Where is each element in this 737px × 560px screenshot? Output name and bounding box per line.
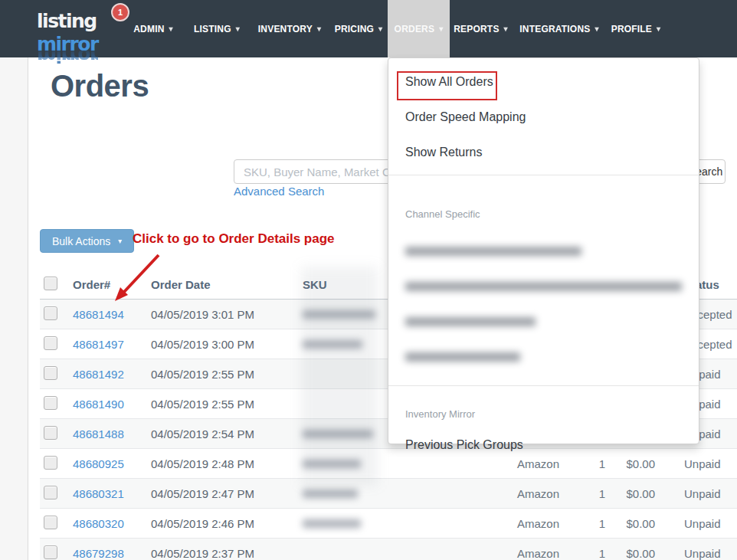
logo-text-listing: listing xyxy=(37,10,97,32)
sku-blurred-text xyxy=(303,460,361,468)
order-date: 04/05/2019 2:54 PM xyxy=(151,427,303,440)
order-number-cell: 48680321 xyxy=(73,487,151,500)
dropdown-item-blurred[interactable] xyxy=(388,304,699,339)
row-checkbox[interactable] xyxy=(44,396,57,410)
nav-item-listing[interactable]: LISTING▾ xyxy=(184,0,250,57)
blurred-text xyxy=(405,247,581,256)
order-date: 04/05/2019 2:46 PM xyxy=(151,517,303,530)
table-row: 4868032104/05/2019 2:47 PMAmazon1$0.00Un… xyxy=(40,479,737,509)
order-status: Unpaid xyxy=(659,487,737,500)
price: $0.00 xyxy=(609,517,659,530)
channel-specific-items xyxy=(388,234,699,375)
order-number-cell: 48680925 xyxy=(73,457,151,470)
dropdown-item-label: Show All Orders xyxy=(405,75,493,89)
order-link[interactable]: 48681490 xyxy=(73,398,124,411)
order-link[interactable]: 48681492 xyxy=(73,368,124,381)
checkbox-cell xyxy=(40,366,73,382)
order-link[interactable]: 48680321 xyxy=(73,487,124,500)
checkbox-cell xyxy=(40,456,73,472)
row-checkbox[interactable] xyxy=(44,486,57,499)
checkbox-cell xyxy=(40,306,73,323)
annotation-text: Click to go to Order Details page xyxy=(133,231,335,247)
row-checkbox[interactable] xyxy=(44,366,57,380)
order-number-cell: 48681488 xyxy=(73,427,151,440)
order-date: 04/05/2019 2:48 PM xyxy=(151,457,303,470)
row-checkbox[interactable] xyxy=(44,336,57,350)
order-number-cell: 48681494 xyxy=(73,308,151,321)
nav-item-label: INVENTORY xyxy=(258,24,313,34)
nav-item-pricing[interactable]: PRICING▾ xyxy=(329,0,388,57)
order-link[interactable]: 48681488 xyxy=(73,427,124,440)
order-link[interactable]: 48680925 xyxy=(73,457,124,470)
dropdown-item-show-returns[interactable]: Show Returns xyxy=(388,135,699,170)
blurred-text xyxy=(405,352,520,362)
order-date: 04/05/2019 3:01 PM xyxy=(151,308,303,321)
blurred-text xyxy=(405,282,682,291)
page-title: Orders xyxy=(51,69,149,103)
nav-item-admin[interactable]: ADMIN▾ xyxy=(123,0,184,57)
nav-item-label: INTEGRATIONS xyxy=(519,24,590,34)
order-number-cell: 48681497 xyxy=(73,338,151,351)
table-row: 4867929804/05/2019 2:37 PMAmazon1$0.00Un… xyxy=(40,539,737,560)
checkbox-cell xyxy=(40,516,73,532)
dropdown-item-blurred[interactable] xyxy=(388,234,699,269)
dropdown-item-previous-pick-groups[interactable]: Previous Pick Groups xyxy=(388,427,699,463)
nav-item-label: PROFILE xyxy=(611,24,652,34)
price: $0.00 xyxy=(609,487,659,500)
order-number-cell: 48680320 xyxy=(73,517,151,530)
checkbox-cell xyxy=(40,545,73,560)
row-checkbox[interactable] xyxy=(44,426,57,440)
quantity: 1 xyxy=(571,517,609,530)
price: $0.00 xyxy=(609,547,659,560)
dropdown-section-channel-specific: Channel Specific xyxy=(388,180,699,228)
order-status: Unpaid xyxy=(659,547,737,560)
sku-blurred-text xyxy=(303,490,358,498)
sku-blurred-text xyxy=(303,430,373,438)
nav-item-inventory[interactable]: INVENTORY▾ xyxy=(250,0,329,57)
row-checkbox[interactable] xyxy=(44,456,57,470)
chevron-down-icon: ▾ xyxy=(504,25,508,33)
blurred-text xyxy=(405,317,536,326)
order-date: 04/05/2019 3:00 PM xyxy=(151,338,303,351)
order-link[interactable]: 48681494 xyxy=(73,308,124,321)
nav-item-integrations[interactable]: INTEGRATIONS▾ xyxy=(512,0,607,57)
order-link[interactable]: 48679298 xyxy=(73,547,124,560)
sku-cell xyxy=(303,487,506,500)
orders-dropdown-menu: Show All Orders Order Speed Mapping Show… xyxy=(388,57,699,444)
row-checkbox[interactable] xyxy=(44,545,57,559)
bulk-actions-label: Bulk Actions xyxy=(52,235,110,247)
quantity: 1 xyxy=(571,547,609,560)
order-date: 04/05/2019 2:55 PM xyxy=(151,368,303,381)
nav-item-profile[interactable]: PROFILE▾ xyxy=(607,0,665,57)
col-header-date: Order Date xyxy=(151,278,303,291)
order-status: Unpaid xyxy=(659,517,737,530)
nav-item-reports[interactable]: REPORTS▾ xyxy=(450,0,512,57)
order-link[interactable]: 48681497 xyxy=(73,338,124,351)
dropdown-item-show-all-orders[interactable]: Show All Orders xyxy=(388,64,699,100)
advanced-search-link[interactable]: Advanced Search xyxy=(234,185,324,198)
order-date: 04/05/2019 2:37 PM xyxy=(151,547,303,560)
app-logo[interactable]: listingmirrormirror 1 xyxy=(37,10,136,48)
nav-item-orders[interactable]: ORDERS▾ xyxy=(388,0,450,57)
dropdown-item-order-speed-mapping[interactable]: Order Speed Mapping xyxy=(388,100,699,135)
nav-item-label: ORDERS xyxy=(395,24,435,34)
top-navbar: listingmirrormirror 1 ADMIN▾LISTING▾INVE… xyxy=(0,0,737,57)
chevron-down-icon: ▾ xyxy=(317,25,321,33)
select-all-checkbox[interactable] xyxy=(44,277,57,290)
order-date: 04/05/2019 2:47 PM xyxy=(151,487,303,500)
order-number-cell: 48681490 xyxy=(73,398,151,411)
dropdown-item-label: Order Speed Mapping xyxy=(405,110,526,124)
dropdown-item-blurred[interactable] xyxy=(388,339,699,375)
row-checkbox[interactable] xyxy=(44,306,57,320)
table-row: 4868032004/05/2019 2:46 PMAmazon1$0.00Un… xyxy=(40,509,737,539)
chevron-down-icon: ▾ xyxy=(118,237,122,245)
marketplace: Amazon xyxy=(506,487,571,500)
dropdown-item-blurred[interactable] xyxy=(388,269,699,304)
row-checkbox[interactable] xyxy=(44,516,57,529)
bulk-actions-button[interactable]: Bulk Actions ▾ xyxy=(40,229,134,253)
order-link[interactable]: 48680320 xyxy=(73,517,124,530)
nav-item-label: REPORTS xyxy=(454,24,499,34)
dropdown-item-label: Show Returns xyxy=(405,146,483,159)
chevron-down-icon: ▾ xyxy=(595,25,598,33)
left-gutter xyxy=(0,57,28,560)
